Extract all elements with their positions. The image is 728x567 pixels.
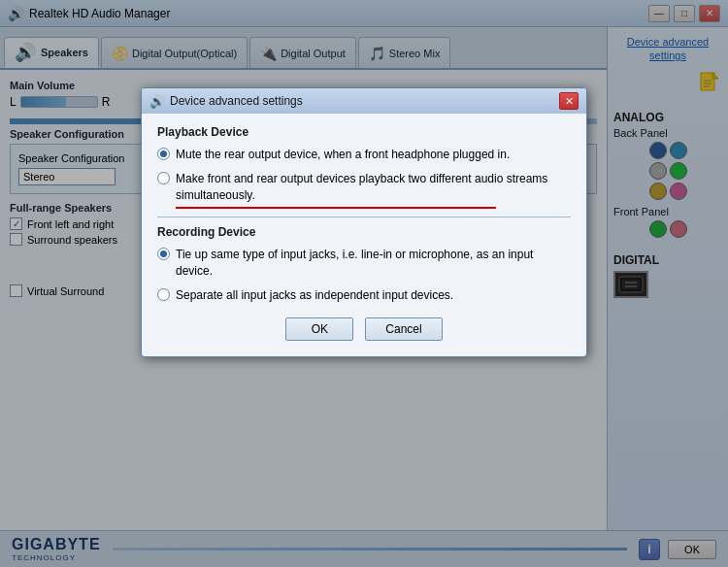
playback-option-2-row: Make front and rear output devices playb… <box>157 171 571 204</box>
modal-ok-button[interactable]: OK <box>285 317 353 341</box>
recording-option-2-text: Separate all input jacks as independent … <box>176 287 571 304</box>
recording-option-1-text: Tie up same type of input jacks, i.e. li… <box>176 247 571 280</box>
playback-option-2-text: Make front and rear output devices playb… <box>176 171 571 204</box>
playback-device-title: Playback Device <box>157 125 571 139</box>
recording-option-1-row: Tie up same type of input jacks, i.e. li… <box>157 247 571 280</box>
playback-option-2-radio[interactable] <box>157 172 170 184</box>
modal-title-bar: 🔊 Device advanced settings ✕ <box>142 88 586 114</box>
recording-option-1-radio[interactable] <box>157 248 170 260</box>
playback-option-1-radio[interactable] <box>157 148 170 160</box>
modal-close-button[interactable]: ✕ <box>559 92 579 110</box>
red-underline-indicator <box>176 207 496 209</box>
playback-option-1-row: Mute the rear output device, when a fron… <box>157 147 571 163</box>
modal-body: Playback Device Mute the rear output dev… <box>142 114 586 356</box>
modal-title-text: Device advanced settings <box>170 94 559 108</box>
modal-overlay: 🔊 Device advanced settings ✕ Playback De… <box>0 0 728 567</box>
modal-buttons: OK Cancel <box>157 317 571 345</box>
playback-option-1-text: Mute the rear output device, when a fron… <box>176 147 571 163</box>
device-advanced-modal: 🔊 Device advanced settings ✕ Playback De… <box>141 87 587 357</box>
modal-divider <box>157 217 571 217</box>
recording-device-title: Recording Device <box>157 225 571 239</box>
modal-title-icon: 🔊 <box>149 94 165 109</box>
recording-option-2-row: Separate all input jacks as independent … <box>157 287 571 304</box>
recording-option-2-radio[interactable] <box>157 288 170 301</box>
modal-cancel-button[interactable]: Cancel <box>365 317 442 341</box>
